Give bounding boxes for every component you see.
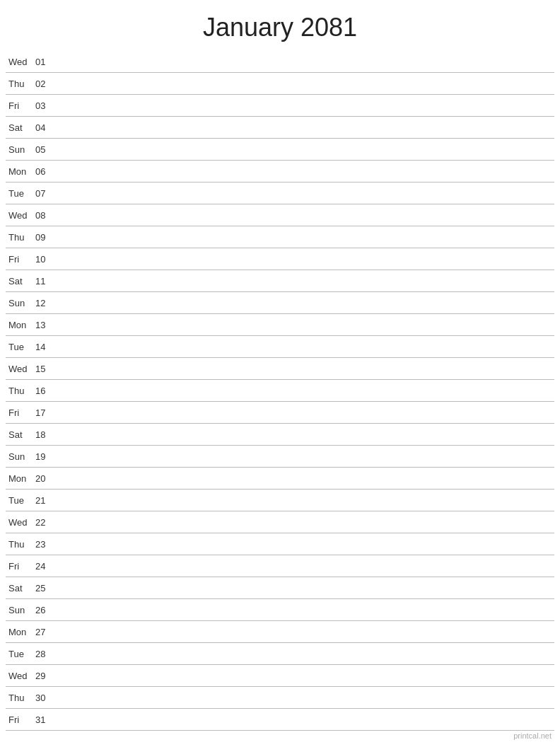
day-row: Thu30 <box>6 687 554 709</box>
day-name: Mon <box>8 473 35 484</box>
day-number: 31 <box>35 714 52 725</box>
day-name: Thu <box>8 539 35 550</box>
day-name: Tue <box>8 649 35 659</box>
day-name: Thu <box>8 79 35 89</box>
day-number: 13 <box>35 320 52 330</box>
day-number: 21 <box>35 495 52 506</box>
day-number: 28 <box>35 649 52 659</box>
day-name: Mon <box>8 627 35 637</box>
day-number: 27 <box>35 627 52 637</box>
day-number: 10 <box>35 254 52 265</box>
day-row: Sun19 <box>6 446 554 468</box>
day-line <box>52 83 552 84</box>
day-row: Mon13 <box>6 314 554 336</box>
day-number: 14 <box>35 342 52 352</box>
day-line <box>52 588 552 589</box>
day-name: Tue <box>8 342 35 352</box>
calendar-grid: Wed01Thu02Fri03Sat04Sun05Mon06Tue07Wed08… <box>0 51 560 731</box>
day-number: 17 <box>35 407 52 418</box>
day-row: Sat25 <box>6 577 554 599</box>
day-name: Thu <box>8 232 35 243</box>
day-line <box>52 456 552 457</box>
day-number: 19 <box>35 451 52 462</box>
day-line <box>52 369 552 369</box>
day-line <box>52 325 552 325</box>
day-number: 02 <box>35 79 52 89</box>
day-name: Sat <box>8 122 35 133</box>
day-row: Sat18 <box>6 424 554 446</box>
day-row: Sat04 <box>6 117 554 139</box>
day-name: Sun <box>8 451 35 462</box>
day-row: Wed29 <box>6 665 554 687</box>
day-line <box>52 347 552 347</box>
day-row: Tue14 <box>6 336 554 358</box>
day-line <box>52 719 552 720</box>
day-row: Mon20 <box>6 468 554 490</box>
day-row: Fri03 <box>6 95 554 117</box>
day-number: 11 <box>35 276 52 286</box>
day-row: Wed22 <box>6 511 554 533</box>
page-title: January 2081 <box>0 0 560 51</box>
day-row: Thu02 <box>6 73 554 95</box>
day-line <box>52 105 552 106</box>
day-line <box>52 281 552 282</box>
day-row: Fri10 <box>6 248 554 270</box>
day-line <box>52 610 552 610</box>
day-name: Wed <box>8 364 35 374</box>
day-name: Sun <box>8 144 35 155</box>
day-name: Wed <box>8 210 35 221</box>
day-line <box>52 500 552 501</box>
watermark: printcal.net <box>513 731 552 740</box>
day-name: Sat <box>8 429 35 440</box>
day-number: 01 <box>35 57 52 67</box>
day-line <box>52 676 552 676</box>
day-row: Sun12 <box>6 292 554 314</box>
day-line <box>52 522 552 523</box>
day-number: 29 <box>35 671 52 681</box>
day-line <box>52 127 552 128</box>
day-line <box>52 566 552 567</box>
day-line <box>52 215 552 216</box>
day-row: Sun26 <box>6 599 554 621</box>
day-row: Sun05 <box>6 139 554 161</box>
day-number: 15 <box>35 364 52 374</box>
day-row: Thu09 <box>6 226 554 248</box>
day-line <box>52 193 552 194</box>
day-number: 22 <box>35 517 52 528</box>
day-line <box>52 171 552 172</box>
day-number: 09 <box>35 232 52 243</box>
day-row: Tue21 <box>6 490 554 511</box>
day-name: Fri <box>8 407 35 418</box>
day-name: Wed <box>8 671 35 681</box>
day-line <box>52 62 552 62</box>
day-name: Wed <box>8 517 35 528</box>
day-name: Wed <box>8 57 35 67</box>
day-row: Thu23 <box>6 533 554 555</box>
day-number: 06 <box>35 166 52 177</box>
day-number: 04 <box>35 122 52 133</box>
day-name: Fri <box>8 100 35 111</box>
day-row: Fri24 <box>6 555 554 577</box>
day-name: Mon <box>8 166 35 177</box>
day-line <box>52 237 552 238</box>
day-line <box>52 259 552 260</box>
day-number: 25 <box>35 583 52 593</box>
day-name: Mon <box>8 320 35 330</box>
day-number: 12 <box>35 298 52 308</box>
day-line <box>52 654 552 654</box>
day-name: Sun <box>8 298 35 308</box>
day-line <box>52 478 552 479</box>
day-number: 30 <box>35 693 52 703</box>
day-number: 05 <box>35 144 52 155</box>
day-line <box>52 303 552 303</box>
day-name: Sat <box>8 276 35 286</box>
day-row: Wed01 <box>6 51 554 73</box>
day-line <box>52 632 552 632</box>
day-row: Thu16 <box>6 380 554 402</box>
day-number: 03 <box>35 100 52 111</box>
day-number: 18 <box>35 429 52 440</box>
day-line <box>52 697 552 698</box>
day-name: Sun <box>8 605 35 615</box>
day-row: Wed08 <box>6 204 554 226</box>
day-name: Fri <box>8 254 35 265</box>
